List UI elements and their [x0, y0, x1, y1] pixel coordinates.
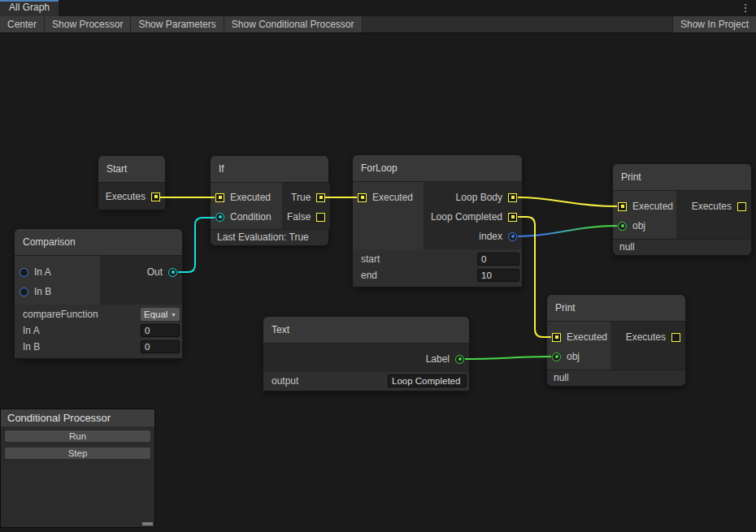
node-if[interactable]: If Executed Condition True False Last Ev…: [210, 155, 329, 246]
port-label: Out: [147, 266, 163, 278]
run-button[interactable]: Run: [4, 430, 151, 443]
exec-output-port[interactable]: [151, 192, 160, 201]
show-processor-button[interactable]: Show Processor: [45, 16, 131, 32]
port-label: False: [287, 211, 311, 223]
exec-output-port[interactable]: [508, 193, 517, 202]
port-label: Executes: [692, 201, 732, 212]
node-forloop[interactable]: ForLoop Executed Loop Body Loop Complete…: [352, 154, 523, 288]
exec-input-port[interactable]: [358, 193, 367, 202]
tab-all-graph[interactable]: All Graph: [0, 0, 59, 16]
field-label: end: [361, 270, 477, 281]
node-title[interactable]: Comparison: [15, 229, 182, 256]
object-output-port[interactable]: [455, 355, 464, 364]
int-input-port[interactable]: [20, 268, 28, 277]
object-input-port[interactable]: [552, 353, 561, 361]
conditional-processor-panel[interactable]: Conditional Processor Run Step: [0, 409, 155, 528]
in-b-field[interactable]: [141, 340, 180, 353]
graph-window: { "tab_bar": { "active_tab": "All Graph"…: [0, 0, 756, 532]
port-label: Executed: [632, 201, 673, 212]
port-label: In A: [34, 266, 51, 278]
int-input-port[interactable]: [20, 288, 28, 296]
wire-text-label-to-print-bottom-obj[interactable]: [465, 357, 551, 359]
exec-output-port[interactable]: [316, 193, 325, 202]
port-label: obj: [632, 220, 645, 231]
output-field[interactable]: [388, 374, 467, 387]
panel-title: Conditional Processor: [1, 409, 154, 426]
port-label: Executed: [567, 331, 607, 343]
node-status-text: null: [547, 370, 685, 386]
show-conditional-processor-button[interactable]: Show Conditional Processor: [224, 16, 363, 32]
port-label: Condition: [230, 211, 272, 223]
exec-output-port[interactable]: [316, 213, 325, 222]
node-title[interactable]: Print: [613, 164, 751, 191]
field-label: In B: [23, 341, 141, 353]
dropdown-value: Equal: [144, 309, 167, 319]
node-start[interactable]: Start Executes: [98, 155, 166, 210]
exec-input-port[interactable]: [215, 193, 224, 202]
node-comparison[interactable]: Comparison In A In B Out compareFunction…: [14, 228, 183, 359]
node-status-text: Last Evaluation: True: [211, 229, 328, 245]
end-field[interactable]: [477, 269, 519, 282]
port-label: Executes: [106, 191, 146, 202]
port-label: Executes: [626, 331, 666, 343]
step-button[interactable]: Step: [4, 447, 151, 460]
field-label: compareFunction: [23, 309, 141, 320]
show-parameters-button[interactable]: Show Parameters: [131, 16, 224, 32]
object-input-port[interactable]: [618, 222, 627, 231]
port-label: In B: [34, 286, 51, 297]
port-label: Label: [426, 353, 450, 365]
node-title[interactable]: Start: [98, 156, 165, 183]
node-title[interactable]: Print: [547, 295, 685, 322]
exec-input-port[interactable]: [552, 333, 561, 342]
port-label: Executed: [230, 192, 271, 203]
resize-grip-icon[interactable]: [142, 522, 153, 526]
port-label: Loop Body: [456, 192, 502, 203]
port-label: True: [291, 192, 311, 203]
compare-function-dropdown[interactable]: Equal ▼: [141, 308, 180, 321]
node-status-text: null: [613, 239, 751, 255]
node-title[interactable]: If: [211, 156, 328, 183]
field-label: output: [272, 375, 388, 387]
wire-index-to-print-top-obj[interactable]: [518, 226, 617, 236]
port-label: obj: [567, 351, 580, 362]
node-print-bottom[interactable]: Print Executed obj Executes null: [546, 294, 686, 387]
node-print-top[interactable]: Print Executed obj Executes null: [612, 163, 752, 256]
in-a-field[interactable]: [141, 324, 180, 337]
condition-output-port[interactable]: [168, 268, 177, 277]
toolbar: Center Show Processor Show Parameters Sh…: [0, 16, 756, 33]
port-label: Executed: [372, 192, 413, 203]
tab-bar: All Graph ⋮: [0, 0, 756, 16]
int-output-port[interactable]: [508, 232, 517, 241]
show-in-project-button[interactable]: Show In Project: [672, 16, 756, 32]
exec-input-port[interactable]: [618, 202, 627, 211]
exec-output-port[interactable]: [508, 213, 517, 222]
node-title[interactable]: Text: [263, 317, 469, 344]
port-label: index: [479, 231, 502, 242]
port-label: Loop Completed: [431, 211, 502, 223]
chevron-down-icon: ▼: [171, 312, 176, 318]
field-label: start: [361, 253, 477, 265]
exec-output-port[interactable]: [737, 202, 746, 211]
exec-output-port[interactable]: [671, 333, 680, 342]
wire-loopbody-to-print-top[interactable]: [518, 197, 617, 206]
kebab-menu-icon[interactable]: ⋮: [738, 0, 753, 16]
field-label: In A: [23, 325, 141, 336]
start-field[interactable]: [477, 253, 519, 266]
node-title[interactable]: ForLoop: [353, 155, 522, 182]
center-button[interactable]: Center: [0, 16, 45, 32]
condition-input-port[interactable]: [215, 213, 224, 222]
node-text[interactable]: Text Label output: [263, 316, 470, 391]
